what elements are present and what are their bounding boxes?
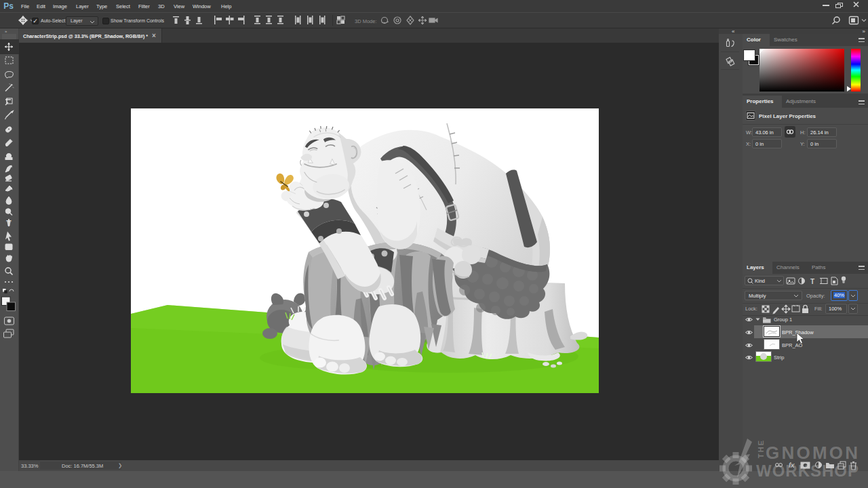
svg-text:T: T xyxy=(6,219,12,228)
svg-text:3D Mode:: 3D Mode: xyxy=(355,18,377,24)
svg-text:»: » xyxy=(5,29,7,33)
svg-text:T: T xyxy=(810,278,814,285)
svg-text:fx: fx xyxy=(789,461,795,469)
